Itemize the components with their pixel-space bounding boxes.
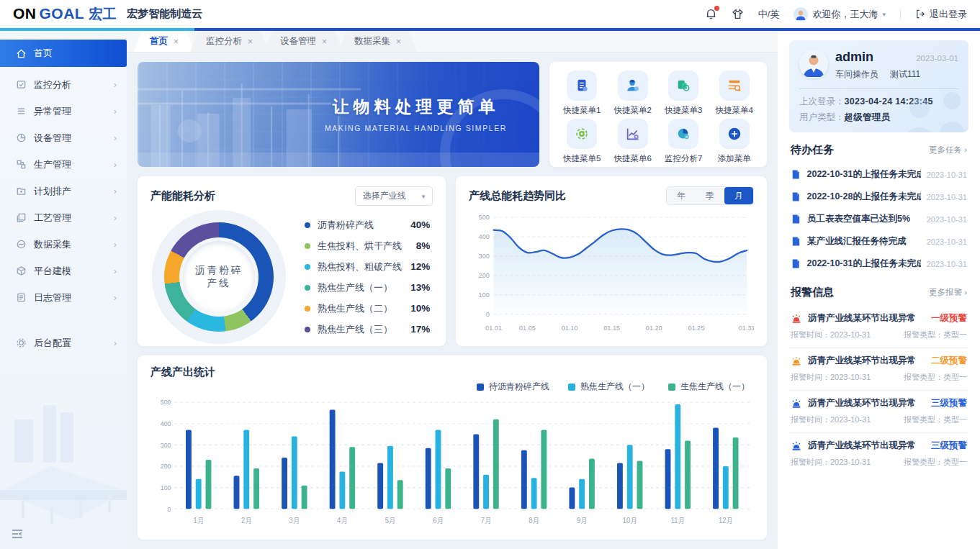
quick-menu-4[interactable]: 快捷菜单4 (709, 71, 760, 116)
sidebar-item-label: 异常管理 (34, 105, 71, 118)
chevron-down-icon: ▾ (882, 11, 886, 18)
quick-menu-label: 添加菜单 (718, 153, 751, 164)
sidebar-item-home[interactable]: 首页 (0, 40, 127, 67)
alarm-text: 沥青产业线某环节出现异常 (808, 312, 916, 325)
legend-dot (305, 243, 310, 249)
alarm-item[interactable]: 沥青产业线某环节出现异常 三级预警 报警时间：2023-10-31 报警类型：类… (789, 391, 968, 433)
alarm-text: 沥青产业线某环节出现异常 (808, 397, 916, 409)
sidebar-item-data-collection[interactable]: 数据采集 › (0, 231, 127, 258)
quick-menu-add[interactable]: 添加菜单 (709, 119, 760, 164)
close-icon[interactable]: × (174, 37, 179, 47)
tab-data-collection[interactable]: 数据采集 × (338, 31, 417, 52)
pie-icon (16, 132, 27, 143)
tab-equipment[interactable]: 设备管理 × (264, 31, 343, 52)
alarm-item[interactable]: 沥青产业线某环节出现异常 二级预警 报警时间：2023-10-31 报警类型：类… (789, 348, 968, 391)
alarm-level-badge: 二级预警 (931, 355, 967, 367)
factory-illustration (0, 405, 127, 549)
energy-donut-chart[interactable]: 沥青粉碎 产线 (164, 222, 274, 332)
svg-text:500: 500 (479, 214, 490, 221)
period-toggle: 年 季 月 (666, 186, 754, 205)
legend-value: 17% (410, 324, 430, 335)
quick-menu-3[interactable]: 快捷菜单3 (658, 71, 709, 116)
task-doc-icon (791, 169, 801, 180)
tab-label: 监控分析 (206, 35, 242, 47)
sidebar-item-label: 日志管理 (34, 291, 71, 304)
legend-dot (305, 285, 310, 291)
svg-text:9月: 9月 (577, 517, 588, 525)
layers-icon (16, 212, 27, 223)
quick-menu-5[interactable]: 快捷菜单5 (557, 119, 608, 164)
quick-menu-2[interactable]: 快捷菜单2 (608, 71, 659, 116)
sidebar-item-equipment[interactable]: 设备管理 › (0, 124, 127, 151)
sidebar-item-process[interactable]: 工艺管理 › (0, 204, 127, 231)
close-icon[interactable]: × (322, 37, 327, 47)
logo-cn: 宏工 (89, 5, 117, 24)
profile-deco-art (891, 79, 968, 132)
more-alarms-link[interactable]: 更多报警 › (929, 287, 967, 298)
toggle-year[interactable]: 年 (667, 187, 696, 204)
close-icon[interactable]: × (396, 37, 401, 47)
legend-item: 熟焦生产线（一）13% (305, 281, 430, 294)
sidebar-item-monitor[interactable]: 监控分析 › (0, 71, 127, 98)
quick-menu-monitor7[interactable]: 监控分析7 (658, 119, 709, 164)
log-icon (16, 292, 27, 303)
skin-shirt-icon[interactable] (732, 8, 744, 20)
quick-menu-label: 快捷菜单4 (716, 105, 753, 116)
logout-button[interactable]: 退出登录 (915, 8, 967, 21)
production-line-select[interactable]: 选择产业线 ▾ (355, 186, 433, 206)
tab-monitor[interactable]: 监控分析 × (190, 31, 269, 52)
toggle-month[interactable]: 月 (724, 187, 753, 204)
svg-text:01.15: 01.15 (603, 325, 620, 332)
alarm-time: 报警时间：2023-10-31 (791, 330, 871, 340)
lang-toggle[interactable]: 中/英 (758, 8, 780, 21)
svg-text:400: 400 (161, 419, 171, 428)
tab-label: 设备管理 (280, 35, 316, 47)
todo-item[interactable]: 2022-10-28的上报任务未完成 2023-10-31 (789, 186, 968, 208)
sidebar-item-logs[interactable]: 日志管理 › (0, 284, 127, 311)
top-header: ON GOAL 宏工 宏梦智能制造云 中/英 欢迎你，王大海 ▾ 退出登录 (0, 0, 980, 28)
tab-home[interactable]: 首页 × (134, 31, 194, 52)
todo-item[interactable]: 某产业线汇报任务待完成 2023-10-31 (789, 230, 968, 253)
quick-menu-label: 监控分析7 (665, 153, 702, 164)
svg-text:8月: 8月 (529, 517, 539, 525)
sidebar-item-label: 首页 (34, 47, 53, 60)
todo-item[interactable]: 2022-10-31的上报任务未完成 2023-10-31 (789, 253, 968, 275)
chevron-right-icon: › (114, 337, 117, 348)
sidebar-item-admin-config[interactable]: 后台配置 › (0, 330, 127, 356)
svg-text:200: 200 (479, 272, 490, 279)
doc-icon (567, 71, 597, 101)
alarm-level-badge: 三级预警 (931, 397, 967, 409)
profile-date: 2023-03-01 (916, 54, 958, 63)
app-title: 宏梦智能制造云 (127, 7, 202, 21)
alarm-list: 沥青产业线某环节出现异常 一级预警 报警时间：2023-10-31 报警类型：类… (789, 306, 968, 475)
todo-date: 2023-10-31 (927, 215, 967, 224)
alarm-item[interactable]: 沥青产业线某环节出现异常 三级预警 报警时间：2023-10-31 报警类型：类… (789, 433, 968, 475)
todo-item[interactable]: 2022-10-31的上报任务未完成 2023-10-31 (789, 163, 968, 186)
sidebar-item-modeling[interactable]: 平台建模 › (0, 258, 127, 284)
svg-text:01.05: 01.05 (519, 325, 536, 332)
toggle-quarter[interactable]: 季 (696, 187, 724, 204)
user-menu[interactable]: 欢迎你，王大海 ▾ (794, 7, 886, 22)
notification-bell-icon[interactable] (705, 8, 717, 20)
pie-monitor-icon (668, 119, 698, 149)
energy-trend-line-chart[interactable]: 010020030040050001.0101.0501.1001.1501.2… (469, 208, 754, 336)
sidebar-collapse-button[interactable] (12, 529, 23, 542)
output-bar-chart[interactable]: 01002003004005001月2月3月4月5月6月7月8月9月10月11月… (150, 394, 754, 530)
siren-icon (791, 313, 802, 324)
quick-menu-1[interactable]: 快捷菜单1 (557, 71, 608, 116)
alarm-type: 报警类型：类型一 (904, 414, 967, 425)
last-login-label: 上次登录： (799, 96, 845, 106)
todo-item[interactable]: 员工表表空值率已达到5% 2023-10-31 (789, 208, 968, 230)
sidebar-item-planning[interactable]: 计划排产 › (0, 178, 127, 204)
sidebar-item-production[interactable]: 生产管理 › (0, 151, 127, 178)
legend-dot (305, 327, 310, 332)
quick-menu-6[interactable]: 快捷菜单6 (608, 119, 659, 164)
tab-label: 首页 (150, 35, 168, 47)
quick-menu-label: 快捷菜单3 (665, 105, 702, 116)
sidebar-item-exception[interactable]: 异常管理 › (0, 98, 127, 124)
legend-label: 熟焦投料、粗破产线 (318, 260, 402, 273)
alarm-item[interactable]: 沥青产业线某环节出现异常 一级预警 报警时间：2023-10-31 报警类型：类… (789, 306, 968, 348)
more-tasks-link[interactable]: 更多任务 › (929, 145, 967, 155)
worker-icon (618, 71, 648, 101)
close-icon[interactable]: × (248, 37, 253, 47)
